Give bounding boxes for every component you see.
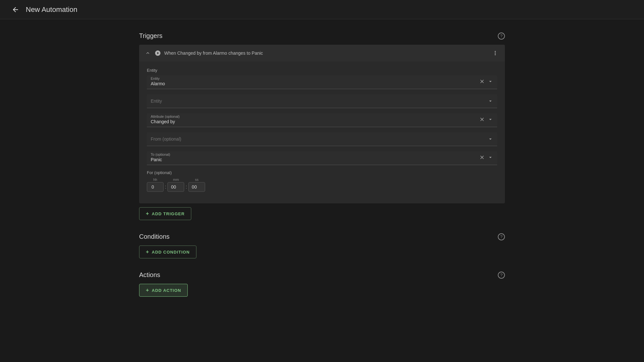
add-condition-plus-icon: +: [146, 249, 149, 255]
triggers-section: Triggers ? When Changed b: [139, 32, 505, 220]
from-field: From (optional): [147, 132, 497, 146]
to-clear-button[interactable]: [479, 154, 485, 160]
to-field: To (optional) Panic: [147, 151, 497, 165]
time-sep-2: :: [185, 184, 187, 190]
to-dropdown-button[interactable]: [488, 154, 493, 160]
entity-filled-icons: [479, 79, 493, 84]
entity-empty-select[interactable]: Entity: [147, 94, 497, 108]
dropdown-empty-icon: [488, 98, 493, 104]
actions-title: Actions: [139, 271, 160, 279]
conditions-section: Conditions ? + ADD CONDITION: [139, 233, 505, 258]
conditions-help-icon[interactable]: ?: [498, 233, 505, 240]
attribute-clear-icon: [479, 116, 485, 122]
to-label: To (optional): [151, 153, 170, 156]
mm-input[interactable]: [167, 182, 184, 192]
add-condition-label: ADD CONDITION: [152, 250, 190, 255]
triggers-section-header: Triggers ?: [139, 32, 505, 40]
ss-input[interactable]: [188, 182, 205, 192]
trigger-card-header: When Changed by from Alarmo changes to P…: [139, 45, 505, 61]
entity-empty-field: Entity: [147, 94, 497, 108]
attribute-value: Changed by: [151, 119, 479, 124]
triggers-title: Triggers: [139, 32, 163, 40]
time-fields: hh : mm : ss: [147, 178, 497, 192]
trigger-more-button[interactable]: [491, 49, 500, 58]
attribute-select[interactable]: Attribute (optional) Changed by: [147, 113, 497, 127]
entity-empty-icons: [488, 98, 493, 104]
entity-filled-value: Alarmo: [151, 81, 479, 86]
to-dropdown-icon: [488, 154, 493, 160]
for-label: For (optional): [147, 170, 497, 175]
entity-empty-label: Entity: [151, 98, 488, 104]
attribute-field: Attribute (optional) Changed by: [147, 113, 497, 127]
collapse-trigger-button[interactable]: [144, 50, 151, 57]
mm-label: mm: [173, 178, 179, 181]
entity-filled-field: Entity Alarmo: [147, 75, 497, 89]
clear-icon: [479, 79, 485, 84]
chevron-up-icon: [145, 50, 151, 56]
page-title: New Automation: [26, 5, 77, 14]
hh-label: hh: [153, 178, 157, 181]
trigger-card: When Changed by from Alarmo changes to P…: [139, 45, 505, 203]
ss-input-group: ss: [188, 178, 205, 192]
actions-section: Actions ? + ADD ACTION: [139, 271, 505, 297]
to-icons: [479, 154, 493, 160]
main-content: Triggers ? When Changed b: [129, 19, 515, 322]
attribute-label: Attribute (optional): [151, 115, 180, 118]
ss-label: ss: [195, 178, 198, 181]
attribute-icons: [479, 116, 493, 122]
back-arrow-icon: [12, 6, 19, 14]
hh-input-group: hh: [147, 178, 164, 192]
from-dropdown-icon: [488, 136, 493, 142]
triggers-help-icon[interactable]: ?: [498, 32, 505, 40]
trigger-body: Entity Entity Alarmo: [139, 61, 505, 203]
from-label: From (optional): [151, 136, 488, 142]
actions-help-icon[interactable]: ?: [498, 272, 505, 279]
add-trigger-button[interactable]: + ADD TRIGGER: [139, 207, 191, 220]
mm-input-group: mm: [167, 178, 184, 192]
add-trigger-plus-icon: +: [146, 211, 149, 217]
conditions-section-header: Conditions ?: [139, 233, 505, 240]
from-select[interactable]: From (optional): [147, 132, 497, 146]
conditions-title: Conditions: [139, 233, 170, 240]
actions-section-header: Actions ?: [139, 271, 505, 279]
back-button[interactable]: [10, 5, 21, 15]
from-icons: [488, 136, 493, 142]
trigger-type-icon: [155, 50, 161, 56]
hh-input[interactable]: [147, 182, 164, 192]
dropdown-icon: [488, 79, 493, 84]
header: New Automation: [0, 0, 644, 19]
state-change-icon: [155, 50, 161, 56]
attribute-clear-button[interactable]: [479, 116, 485, 122]
to-clear-icon: [479, 154, 485, 160]
entity-filled-clear-button[interactable]: [479, 79, 485, 84]
add-trigger-label: ADD TRIGGER: [152, 211, 185, 216]
add-condition-button[interactable]: + ADD CONDITION: [139, 246, 196, 258]
for-field: For (optional) hh : mm :: [147, 170, 497, 192]
app-container: New Automation Triggers ?: [0, 0, 644, 322]
trigger-description: When Changed by from Alarmo changes to P…: [164, 51, 491, 56]
more-vert-icon: [492, 50, 498, 56]
to-value: Panic: [151, 157, 479, 162]
entity-empty-dropdown-button[interactable]: [488, 98, 493, 104]
attribute-dropdown-icon: [488, 116, 493, 122]
entity-filled-dropdown-button[interactable]: [488, 79, 493, 84]
attribute-dropdown-button[interactable]: [488, 116, 493, 122]
time-sep-1: :: [165, 184, 166, 190]
entity-filled-label: Entity: [151, 77, 160, 80]
entity-section-label: Entity: [147, 68, 497, 73]
to-select[interactable]: To (optional) Panic: [147, 151, 497, 165]
add-action-plus-icon: +: [146, 287, 149, 293]
add-action-button[interactable]: + ADD ACTION: [139, 284, 188, 297]
add-action-label: ADD ACTION: [152, 288, 181, 293]
from-dropdown-button[interactable]: [488, 136, 493, 142]
entity-filled-select[interactable]: Entity Alarmo: [147, 75, 497, 89]
